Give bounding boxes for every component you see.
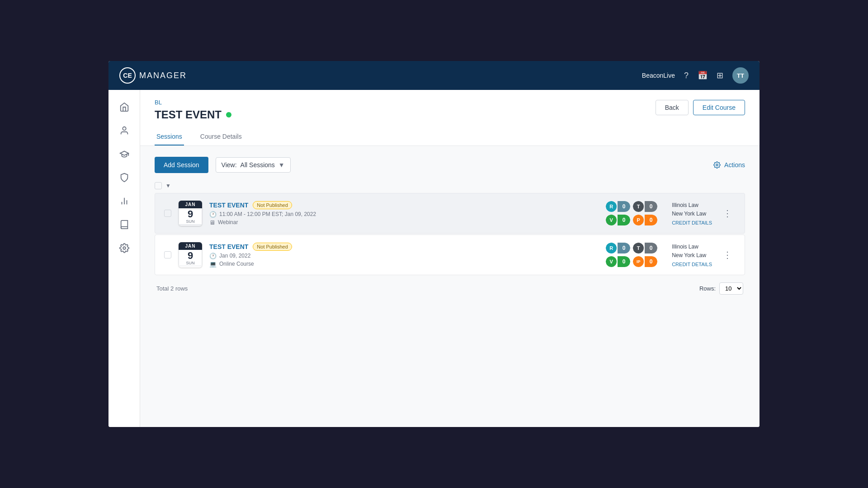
- topnav: CE MANAGER BeaconLive ? 📅 ⊞ TT: [108, 61, 760, 90]
- logo-area: CE MANAGER: [119, 67, 187, 84]
- credit-badge-t-2: T 0: [633, 243, 657, 253]
- session-type-2: Online Course: [219, 261, 254, 267]
- tabs: Sessions Course Details: [155, 128, 745, 145]
- credit-badge-t-1: T 0: [633, 201, 657, 212]
- session-status-1: Not Published: [253, 201, 292, 209]
- tab-course-details[interactable]: Course Details: [198, 128, 244, 145]
- session-more-menu-1[interactable]: ⋮: [719, 206, 736, 221]
- credit-badge-p-1: P 0: [633, 215, 657, 225]
- credit-badge-v-2: V 0: [606, 256, 630, 267]
- view-value: All Sessions: [241, 161, 275, 169]
- total-rows: Total 2 rows: [156, 285, 188, 292]
- session-title-2[interactable]: TEST EVENT: [209, 243, 248, 250]
- nav-right: BeaconLive ? 📅 ⊞ TT: [642, 67, 749, 84]
- credit-v-count-1: 0: [618, 215, 630, 225]
- session-info-1: TEST EVENT Not Published 🕐 11:00 AM - 12…: [209, 201, 590, 226]
- actions-label: Actions: [724, 161, 745, 169]
- credit-v-count-2: 0: [618, 256, 630, 267]
- clock-icon-2: 🕐: [209, 253, 217, 259]
- session-toolbar: Add Session View: All Sessions ▼ Actions: [155, 157, 745, 173]
- cal-weekday-1: SUN: [186, 219, 194, 224]
- law-1-2: New York Law: [672, 210, 712, 218]
- credit-section-2: R 0 T 0 V 0: [606, 243, 657, 267]
- add-session-button[interactable]: Add Session: [155, 157, 208, 173]
- grid-icon[interactable]: ⊞: [717, 70, 723, 80]
- session-title-1[interactable]: TEST EVENT: [209, 202, 248, 209]
- credit-details-link-2[interactable]: CREDIT DETAILS: [672, 262, 712, 267]
- computer-icon: 💻: [209, 261, 217, 267]
- select-dropdown-arrow[interactable]: ▼: [165, 183, 171, 189]
- sidebar-item-chart[interactable]: [114, 191, 134, 211]
- page-header: BL TEST EVENT Back Edit Course Sessions …: [140, 90, 760, 146]
- nav-beaconlive-label: BeaconLive: [642, 72, 675, 79]
- cal-month-1: JAN: [179, 201, 202, 208]
- rows-label: Rows:: [699, 285, 716, 292]
- credit-badge-ip-2: IP 0: [633, 256, 657, 267]
- sidebar-item-home[interactable]: [114, 97, 134, 117]
- credit-section-1: R 0 T 0 V 0: [606, 201, 657, 225]
- calendar-badge-2: JAN 9 SUN: [179, 242, 202, 267]
- credit-r-count-1: 0: [618, 201, 630, 212]
- back-button[interactable]: Back: [656, 100, 689, 115]
- cal-month-2: JAN: [179, 242, 202, 250]
- rows-selector: Rows: 10 25 50: [699, 282, 743, 295]
- sidebar-item-person[interactable]: [114, 121, 134, 141]
- help-icon[interactable]: ?: [684, 71, 689, 80]
- credit-badge-r-2: R 0: [606, 243, 630, 253]
- credit-details-link-1[interactable]: CREDIT DETAILS: [672, 220, 712, 225]
- sidebar: [108, 90, 140, 427]
- session-meta-2: 🕐 Jan 09, 2022 💻 Online Course: [209, 253, 590, 267]
- logo-icon: CE: [119, 67, 136, 84]
- gear-icon: [713, 161, 721, 169]
- law-section-1: Illinois Law New York Law CREDIT DETAILS: [672, 201, 712, 225]
- credit-t-count-1: 0: [645, 201, 657, 212]
- view-dropdown-arrow: ▼: [278, 161, 285, 169]
- credit-badge-r-1: R 0: [606, 201, 630, 212]
- sidebar-item-settings[interactable]: [114, 238, 134, 258]
- session-row: JAN 9 SUN TEST EVENT Not Published: [155, 193, 745, 234]
- session-footer: Total 2 rows Rows: 10 25 50: [155, 282, 745, 295]
- session-checkbox-2[interactable]: [164, 251, 171, 258]
- law-2-1: Illinois Law: [672, 243, 712, 251]
- session-type-1: Webinar: [218, 219, 238, 225]
- session-checkbox-1[interactable]: [164, 210, 171, 217]
- app-name: MANAGER: [139, 71, 187, 80]
- select-all-checkbox[interactable]: [155, 182, 162, 189]
- law-2-2: New York Law: [672, 251, 712, 260]
- session-more-menu-2[interactable]: ⋮: [719, 248, 736, 262]
- session-time-1: 11:00 AM - 12:00 PM EST; Jan 09, 2022: [219, 211, 316, 217]
- rows-dropdown[interactable]: 10 25 50: [719, 282, 743, 295]
- session-area: Add Session View: All Sessions ▼ Actions: [140, 146, 760, 427]
- session-row-2: JAN 9 SUN TEST EVENT Not Published: [155, 235, 745, 275]
- breadcrumb[interactable]: BL: [155, 99, 231, 106]
- toolbar-left: Add Session View: All Sessions ▼: [155, 157, 291, 173]
- sidebar-item-books[interactable]: [114, 215, 134, 235]
- credit-ip-count-2: 0: [645, 256, 657, 267]
- credit-t-count-2: 0: [645, 243, 657, 253]
- credit-r-count-2: 0: [618, 243, 630, 253]
- tab-sessions[interactable]: Sessions: [155, 128, 184, 145]
- calendar-badge-1: JAN 9 SUN: [179, 201, 202, 226]
- cal-day-2: 9: [188, 251, 193, 261]
- edit-course-button[interactable]: Edit Course: [693, 100, 745, 115]
- status-indicator: [226, 112, 231, 117]
- svg-point-5: [716, 164, 718, 166]
- credit-p-count-1: 0: [645, 215, 657, 225]
- session-time-2: Jan 09, 2022: [219, 253, 250, 259]
- monitor-icon: 🖥: [209, 219, 215, 226]
- actions-button[interactable]: Actions: [713, 161, 745, 169]
- cal-weekday-2: SUN: [186, 261, 194, 265]
- view-label: View:: [222, 161, 237, 169]
- session-meta-1: 🕐 11:00 AM - 12:00 PM EST; Jan 09, 2022 …: [209, 211, 590, 226]
- credit-badge-v-1: V 0: [606, 215, 630, 225]
- law-section-2: Illinois Law New York Law CREDIT DETAILS: [672, 243, 712, 267]
- select-all-row: ▼: [155, 182, 745, 189]
- session-status-2: Not Published: [253, 243, 292, 251]
- sidebar-item-graduation[interactable]: [114, 144, 134, 164]
- calendar-icon[interactable]: 📅: [698, 70, 708, 80]
- law-1-1: Illinois Law: [672, 201, 712, 210]
- session-info-2: TEST EVENT Not Published 🕐 Jan 09, 2022 …: [209, 243, 590, 267]
- user-avatar[interactable]: TT: [732, 67, 749, 84]
- view-selector[interactable]: View: All Sessions ▼: [216, 157, 291, 173]
- sidebar-item-shield[interactable]: [114, 168, 134, 188]
